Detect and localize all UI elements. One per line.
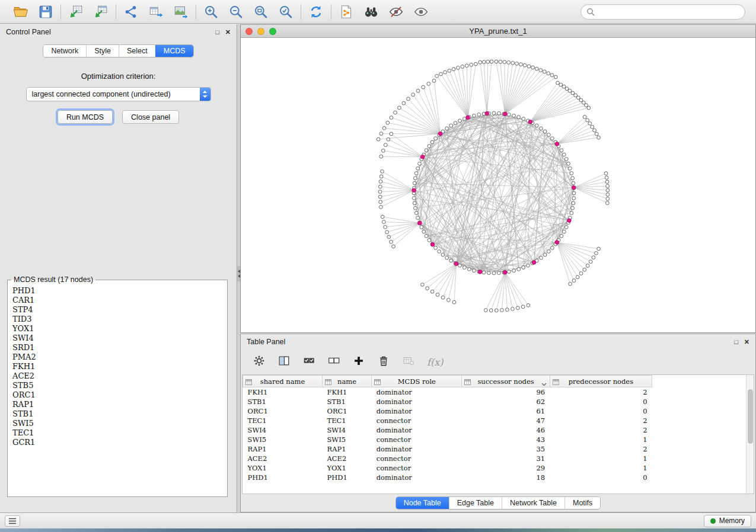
show-details-button[interactable] [412,3,430,21]
network-canvas[interactable] [241,38,755,332]
result-node-item[interactable]: SWI4 [12,334,227,343]
task-history-button[interactable] [5,515,20,527]
show-columns-button[interactable] [277,354,291,370]
table-row[interactable]: YOX1YOX1connector291 [243,463,745,473]
result-node-item[interactable]: TID3 [12,315,227,324]
close-panel-icon[interactable]: ✕ [225,29,231,36]
sort-chevron-icon [541,380,547,388]
run-mcds-button[interactable]: Run MCDS [58,110,113,124]
result-node-item[interactable]: STB1 [12,409,227,419]
table-row[interactable]: SWI5SWI5connector431 [243,435,745,444]
column-header-successor-nodes[interactable]: successor nodes [462,376,550,387]
mcds-result-box-title: MCDS result (17 nodes) [11,275,95,284]
table-cell-filler [652,444,745,454]
toolbar-search-field[interactable] [580,4,745,20]
network-window-title: YPA_prune.txt_1 [241,27,755,36]
column-header-predecessor-nodes[interactable]: predecessor nodes [550,376,652,387]
table-cell-filler [652,416,745,425]
window-maximize-icon[interactable] [269,28,276,35]
table-cell: dominator [372,397,462,406]
table-tab-motifs[interactable]: Motifs [564,497,600,509]
function-builder-button[interactable]: f(x) [427,357,443,368]
table-grid-icon [245,379,252,387]
table-row[interactable]: PHD1PHD1dominator180 [243,473,745,482]
zoom-selected-button[interactable] [277,3,295,21]
result-node-item[interactable]: PHD1 [12,286,227,296]
result-node-item[interactable]: ACE2 [12,371,227,381]
export-network-button[interactable] [122,3,140,21]
import-table-button[interactable] [92,3,110,21]
tab-mcds[interactable]: MCDS [155,45,193,57]
result-node-item[interactable]: SWI5 [12,419,227,428]
result-node-item[interactable]: SRD1 [12,343,227,352]
result-node-item[interactable]: STB5 [12,381,227,390]
table-row[interactable]: SWI4SWI4dominator462 [243,425,745,435]
table-row[interactable]: STB1STB1dominator620 [243,397,745,406]
window-minimize-icon[interactable] [257,28,264,35]
hide-details-button[interactable] [387,3,405,21]
save-session-button[interactable] [37,3,55,21]
criterion-dropdown[interactable]: largest connected component (undirected) [26,87,211,101]
search-input[interactable] [598,8,739,16]
table-row[interactable]: FKH1FKH1dominator962 [243,387,745,397]
mcds-result-list[interactable]: PHD1CAR1STP4TID3YOX1SWI4SRD1PMA2FKH1ACE2… [8,284,227,479]
table-row[interactable]: ACE2ACE2connector311 [243,454,745,463]
select-all-button[interactable] [302,354,315,370]
table-cell: dominator [372,473,462,482]
create-column-button[interactable] [352,354,365,370]
table-cell-filler [652,387,745,397]
deselect-all-button[interactable] [327,354,340,370]
tab-select[interactable]: Select [119,45,155,57]
table-row[interactable]: RAP1RAP1dominator352 [243,444,745,454]
import-network-icon [68,4,84,20]
delete-table-button[interactable] [402,354,415,370]
zoom-fit-button[interactable] [252,3,270,21]
open-session-button[interactable] [12,3,30,21]
columns-icon [277,354,291,367]
network-window-titlebar[interactable]: YPA_prune.txt_1 [241,25,755,38]
result-node-item[interactable]: PMA2 [12,352,227,362]
result-node-item[interactable]: CAR1 [12,296,227,305]
table-cell: connector [372,435,462,444]
table-scrollbar[interactable] [746,375,754,493]
result-node-item[interactable]: FKH1 [12,362,227,371]
delete-table-disabled-icon [402,354,415,367]
float-panel-icon[interactable]: □ [215,29,219,36]
table-settings-button[interactable] [253,354,266,370]
column-header-shared-name[interactable]: shared name [243,376,323,387]
memory-button[interactable]: Memory [704,515,751,527]
share-document-button[interactable] [337,3,355,21]
table-row[interactable]: ORC1ORC1dominator610 [243,406,745,416]
result-node-item[interactable]: ORC1 [12,390,227,400]
zoom-in-button[interactable] [202,3,220,21]
result-node-item[interactable]: TEC1 [12,428,227,438]
table-row[interactable]: TEC1TEC1connector472 [243,416,745,425]
column-header-mcds-role[interactable]: MCDS role [372,376,462,387]
table-grid-icon [325,379,331,387]
table-cell: ORC1 [322,406,371,416]
table-tab-edge-table[interactable]: Edge Table [449,497,502,509]
tab-style[interactable]: Style [86,45,119,57]
export-table-button[interactable] [147,3,165,21]
tab-network[interactable]: Network [43,45,86,57]
result-node-item[interactable]: STP4 [12,305,227,315]
result-node-item[interactable]: GCR1 [12,438,227,447]
delete-column-button[interactable] [377,354,390,370]
window-close-icon[interactable] [245,28,253,35]
apply-layout-button[interactable] [307,3,325,21]
float-table-panel-icon[interactable]: □ [734,339,738,345]
zoom-out-button[interactable] [227,3,245,21]
table-tab-node-table[interactable]: Node Table [396,497,449,509]
table-tab-network-table[interactable]: Network Table [502,497,564,509]
table-cell: ACE2 [322,454,371,463]
mcds-result-box: MCDS result (17 nodes) PHD1CAR1STP4TID3Y… [7,275,228,497]
find-network-button[interactable] [362,3,380,21]
result-node-item[interactable]: RAP1 [12,400,227,409]
close-table-panel-icon[interactable]: ✕ [744,339,749,345]
import-network-button[interactable] [67,3,85,21]
close-panel-button[interactable]: Close panel [122,110,179,124]
column-header-name[interactable]: name [322,376,371,387]
export-image-button[interactable] [172,3,190,21]
result-node-item[interactable]: YOX1 [12,324,227,334]
table-scrollbar-thumb[interactable] [748,389,753,444]
